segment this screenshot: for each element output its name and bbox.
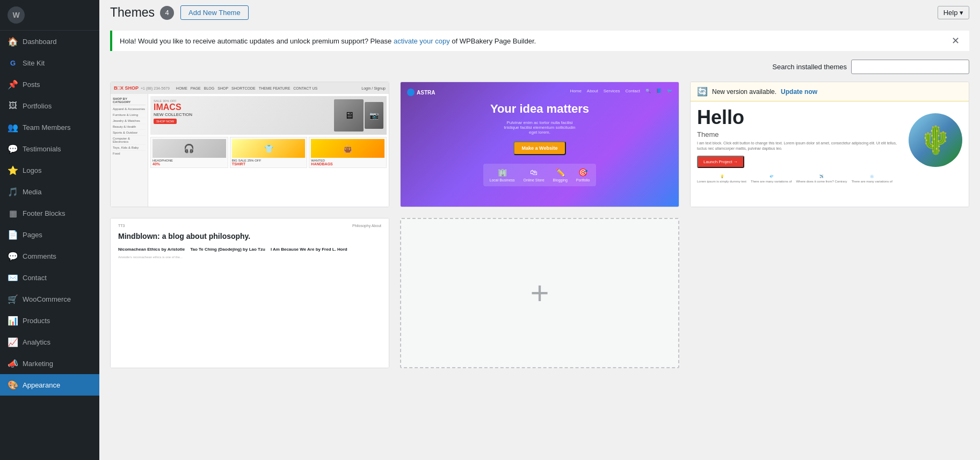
tt3-headline: Mindblown: a blog about philosophy. xyxy=(118,232,381,240)
notice-link[interactable]: activate your copy xyxy=(394,37,450,45)
sidebar-item-label: WooCommerce xyxy=(23,295,71,303)
hello-subtitle: Theme xyxy=(697,130,903,138)
themes-grid: B□X SHOP +1 (88) 234-5679 HOMEPAGEBLOGSH… xyxy=(110,82,969,368)
sidebar-item-label: Logos xyxy=(23,166,41,174)
theme-count-badge: 4 xyxy=(160,6,174,20)
sidebar-item-label: Media xyxy=(23,188,41,196)
add-theme-card[interactable]: + xyxy=(400,218,679,368)
sidebar-item-label: Site Kit xyxy=(23,59,45,67)
add-new-theme-button[interactable]: Add New Theme xyxy=(180,5,249,20)
tt3-footer: Twenty Twenty-Three xyxy=(111,368,389,368)
testimonials-icon: 💬 xyxy=(8,143,18,154)
hello-description: I am text block. Click edit button to ch… xyxy=(697,141,903,151)
sidebar-item-logos[interactable]: ⭐ Logos xyxy=(0,159,99,181)
products-icon: 📊 xyxy=(8,315,18,326)
notice-bar: Hola! Would you like to receive automati… xyxy=(110,31,969,51)
hello-image: 🌵 xyxy=(909,113,962,167)
astra-features: 🏢 Local Business 🛍 Online Store ✏️ Blogg… xyxy=(483,164,597,186)
page-title: Themes xyxy=(110,5,155,20)
sidebar-item-marketing[interactable]: 📣 Marketing xyxy=(0,353,99,374)
astra-headline: Your idea matters xyxy=(490,102,589,116)
wordpress-icon: W xyxy=(8,6,25,24)
update-icon: 🔄 xyxy=(697,86,708,97)
comments-icon: 💬 xyxy=(8,251,18,261)
sidebar-item-contact[interactable]: ✉️ Contact xyxy=(0,267,99,288)
sidebar-item-label: Marketing xyxy=(23,360,53,368)
sidebar-item-products[interactable]: 📊 Products xyxy=(0,310,99,331)
astra-screenshot: ASTRA HomeAboutServicesContact 🔍📘🐦 Your … xyxy=(401,82,679,207)
help-button[interactable]: Help ▾ xyxy=(938,6,969,19)
sidebar-item-site-kit[interactable]: G Site Kit xyxy=(0,52,99,74)
notice-text: Hola! Would you like to receive automati… xyxy=(120,37,536,45)
sidebar-item-label: Footer Blocks xyxy=(23,209,65,217)
sidebar-item-label: Testimonials xyxy=(23,145,61,153)
theme-card-boxshop[interactable]: B□X SHOP +1 (88) 234-5679 HOMEPAGEBLOGSH… xyxy=(110,82,389,207)
sidebar-item-team-members[interactable]: 👥 Team Members xyxy=(0,116,99,138)
sidebar-item-label: Contact xyxy=(23,274,47,282)
sidebar-item-label: Team Members xyxy=(23,123,71,132)
sidebar: W 🏠 Dashboard G Site Kit 📌 Posts 🖼 Portf… xyxy=(0,0,99,460)
boxshop-screenshot: B□X SHOP +1 (88) 234-5679 HOMEPAGEBLOGSH… xyxy=(111,82,389,207)
svg-point-0 xyxy=(407,89,415,96)
hello-title: Hello xyxy=(697,108,903,127)
sidebar-item-label: Posts xyxy=(23,81,40,89)
sidebar-item-label: Products xyxy=(23,317,50,325)
search-bar-row: Search installed themes xyxy=(110,60,969,74)
astra-footer: Astra xyxy=(401,207,679,207)
theme-card-hello-elementor[interactable]: 🔄 New version available. Update now Hell… xyxy=(690,82,969,207)
pages-icon: 📄 xyxy=(8,229,18,240)
sidebar-item-label: Pages xyxy=(23,231,42,239)
sidebar-item-dashboard[interactable]: 🏠 Dashboard xyxy=(0,31,99,52)
theme-card-astra[interactable]: ASTRA HomeAboutServicesContact 🔍📘🐦 Your … xyxy=(400,82,679,207)
appearance-icon: 🎨 xyxy=(8,379,18,390)
logos-icon: ⭐ xyxy=(8,165,18,176)
footer-blocks-icon: ▦ xyxy=(8,208,18,218)
tt3-books: Nicomachean Ethics by Aristotle Tao Te C… xyxy=(118,247,381,252)
sidebar-logo: W xyxy=(0,0,99,31)
sidebar-item-media[interactable]: 🎵 Media xyxy=(0,181,99,202)
search-input[interactable] xyxy=(851,60,969,74)
sidebar-item-analytics[interactable]: 📈 Analytics xyxy=(0,331,99,353)
add-theme-plus-icon: + xyxy=(530,277,549,309)
sidebar-item-label: Portfolios xyxy=(23,102,52,110)
sidebar-item-testimonials[interactable]: 💬 Testimonials xyxy=(0,138,99,159)
portfolios-icon: 🖼 xyxy=(8,100,18,111)
sidebar-item-footer-blocks[interactable]: ▦ Footer Blocks xyxy=(0,202,99,224)
site-kit-icon: G xyxy=(8,57,18,68)
sidebar-item-label: Dashboard xyxy=(23,38,57,46)
sidebar-item-appearance[interactable]: 🎨 Appearance xyxy=(0,374,99,396)
sidebar-item-portfolios[interactable]: 🖼 Portfolios xyxy=(0,95,99,116)
woocommerce-icon: 🛒 xyxy=(8,294,18,304)
main-content: Themes 4 Add New Theme Help ▾ Hola! Woul… xyxy=(99,0,980,460)
svg-text:ASTRA: ASTRA xyxy=(417,90,435,96)
media-icon: 🎵 xyxy=(8,186,18,197)
hello-screenshot: Hello Theme I am text block. Click edit … xyxy=(691,101,969,207)
sidebar-item-posts[interactable]: 📌 Posts xyxy=(0,74,99,95)
dashboard-icon: 🏠 xyxy=(8,36,18,47)
theme-card-tt3[interactable]: TT3 Philosophy About Mindblown: a blog a… xyxy=(110,218,389,368)
sidebar-item-pages[interactable]: 📄 Pages xyxy=(0,224,99,245)
boxshop-footer: Active: BoxShop Customize xyxy=(111,207,389,207)
sidebar-item-label: Comments xyxy=(23,252,56,260)
analytics-icon: 📈 xyxy=(8,337,18,347)
astra-logo-text: ASTRA xyxy=(407,89,439,97)
hello-features: 💡 Lorem ipsum is simply dummy text 💎 The… xyxy=(697,174,903,183)
marketing-icon: 📣 xyxy=(8,358,18,369)
sidebar-item-label: Appearance xyxy=(23,381,60,389)
sidebar-item-woocommerce[interactable]: 🛒 WooCommerce xyxy=(0,288,99,310)
team-members-icon: 👥 xyxy=(8,122,18,133)
page-header: Themes 4 Add New Theme Help ▾ xyxy=(110,5,969,24)
hello-update-notice: 🔄 New version available. Update now xyxy=(691,82,969,101)
posts-icon: 📌 xyxy=(8,79,18,90)
notice-close-button[interactable]: ✕ xyxy=(949,36,962,46)
search-label: Search installed themes xyxy=(772,63,847,71)
contact-icon: ✉️ xyxy=(8,272,18,283)
astra-cta-button[interactable]: Make a Website xyxy=(513,141,567,155)
astra-subtext: Pulvinar enim ac tortor nulla facilisi t… xyxy=(499,120,580,135)
update-now-link[interactable]: Update now xyxy=(781,88,817,96)
tt3-screenshot: TT3 Philosophy About Mindblown: a blog a… xyxy=(111,218,389,368)
hello-launch-button[interactable]: Launch Project → xyxy=(697,156,744,168)
sidebar-item-label: Analytics xyxy=(23,338,50,346)
sidebar-item-comments[interactable]: 💬 Comments xyxy=(0,245,99,267)
